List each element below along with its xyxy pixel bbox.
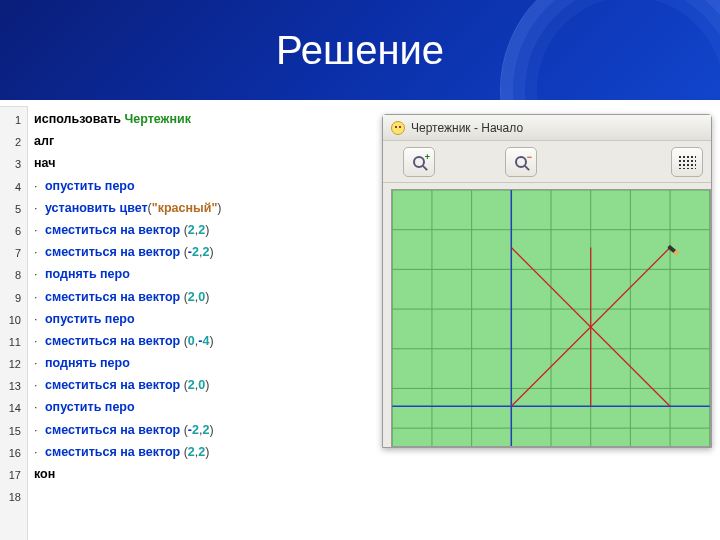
slide-header: Решение <box>0 0 720 100</box>
code-line[interactable]: нач <box>34 152 222 174</box>
header-decoration <box>500 0 720 100</box>
code-line[interactable]: · сместиться на вектор (-2,2) <box>34 241 222 263</box>
code-line[interactable] <box>34 485 222 507</box>
code-line[interactable]: · сместиться на вектор (2,2) <box>34 219 222 241</box>
drawer-window: Чертежник - Начало + − <box>382 114 712 448</box>
code-line[interactable]: · установить цвет("красный") <box>34 197 222 219</box>
code-line[interactable]: кон <box>34 463 222 485</box>
code-line[interactable]: · сместиться на вектор (0,-4) <box>34 330 222 352</box>
magnifier-minus-icon: − <box>515 156 527 168</box>
magnifier-plus-icon: + <box>413 156 425 168</box>
drawer-toolbar: + − <box>383 141 711 183</box>
line-number-gutter: 123456789101112131415161718 <box>0 106 28 540</box>
canvas-viewport[interactable] <box>391 189 711 447</box>
code-line[interactable]: · опустить перо <box>34 175 222 197</box>
code-line[interactable]: · опустить перо <box>34 308 222 330</box>
code-line[interactable]: · сместиться на вектор (2,0) <box>34 286 222 308</box>
code-line[interactable]: · опустить перо <box>34 396 222 418</box>
code-line[interactable]: алг <box>34 130 222 152</box>
zoom-in-button[interactable]: + <box>403 147 435 177</box>
window-title: Чертежник - Начало <box>411 121 523 135</box>
app-icon <box>391 121 405 135</box>
grid-toggle-button[interactable] <box>671 147 703 177</box>
code-line[interactable]: · сместиться на вектор (2,0) <box>34 374 222 396</box>
drawer-canvas <box>392 190 710 446</box>
code-body[interactable]: использовать Чертежникалгнач· опустить п… <box>28 106 222 540</box>
zoom-out-button[interactable]: − <box>505 147 537 177</box>
code-line[interactable]: · сместиться на вектор (2,2) <box>34 441 222 463</box>
window-titlebar[interactable]: Чертежник - Начало <box>383 115 711 141</box>
code-line[interactable]: · поднять перо <box>34 352 222 374</box>
code-line[interactable]: использовать Чертежник <box>34 108 222 130</box>
code-editor[interactable]: 123456789101112131415161718 использовать… <box>0 100 380 540</box>
slide-title: Решение <box>276 28 444 73</box>
code-line[interactable]: · сместиться на вектор (-2,2) <box>34 419 222 441</box>
code-line[interactable]: · поднять перо <box>34 263 222 285</box>
grid-icon <box>678 155 696 169</box>
